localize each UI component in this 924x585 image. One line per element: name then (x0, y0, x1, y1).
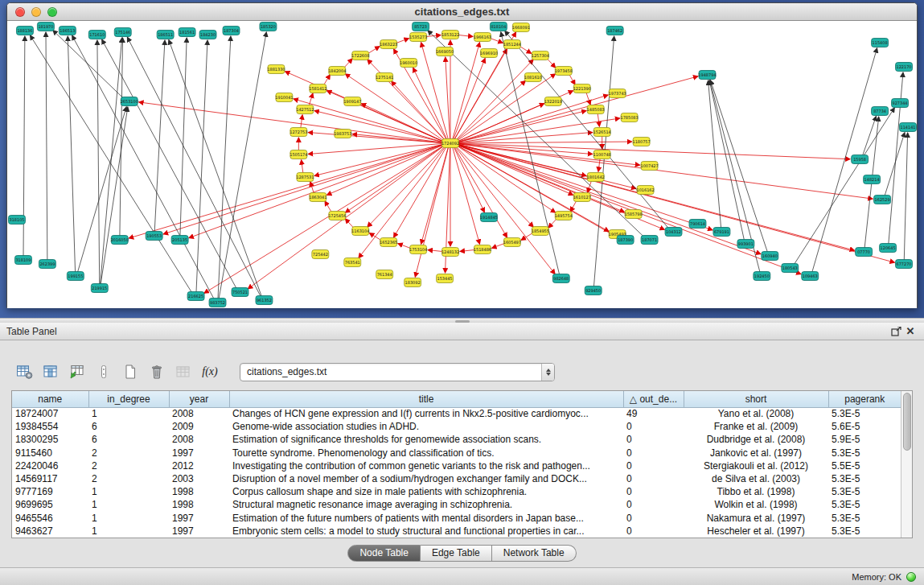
table-row[interactable]: 946362711997Embryonic stem cells: a mode… (12, 525, 901, 538)
graph-edge[interactable] (154, 40, 165, 232)
cell-title[interactable]: Estimation of the future numbers of pati… (229, 512, 623, 525)
graph-node[interactable]: 07770 (856, 248, 873, 257)
graph-node[interactable]: 1725456 (328, 212, 346, 220)
graph-edge[interactable] (421, 43, 449, 140)
cell-title[interactable]: Changes of HCN gene expression and I(f) … (229, 407, 623, 420)
graph-node[interactable]: 1724092 (441, 139, 459, 148)
graph-edge[interactable] (458, 144, 895, 262)
graph-edge[interactable] (709, 80, 744, 240)
cell-title[interactable]: Corpus callosum shape and size in male p… (229, 485, 623, 498)
graph-edge[interactable] (68, 36, 75, 272)
graph-node[interactable]: 1016162 (637, 186, 655, 195)
graph-node[interactable]: 1983753 (334, 130, 351, 138)
cell-year[interactable]: 2003 (169, 472, 229, 485)
graph-node[interactable]: 1785083 (621, 113, 639, 122)
graph-node[interactable]: 1081610 (524, 73, 542, 82)
cell-short[interactable]: Jankovic et al. (1997) (684, 447, 828, 459)
graph-node[interactable]: 983752 (209, 299, 226, 307)
cell-short[interactable]: Franke et al. (2009) (684, 420, 828, 433)
graph-node[interactable]: 187071 (641, 236, 658, 245)
cell-out_degree[interactable]: 0 (623, 433, 684, 446)
graph-node[interactable]: 725442 (312, 250, 329, 259)
cell-short[interactable]: Wolkin et al. (1998) (684, 498, 828, 511)
column-header-out_degree[interactable]: △ out_de... (623, 391, 684, 407)
cell-name[interactable]: 18300295 (12, 433, 88, 446)
graph-edge[interactable] (455, 60, 533, 141)
graph-node[interactable]: 181970 (37, 23, 54, 31)
graph-node[interactable]: 160940 (762, 252, 778, 261)
graph-edge[interactable] (458, 35, 473, 36)
graph-node[interactable]: 1007427 (640, 162, 658, 171)
graph-node[interactable]: 1914845 (480, 213, 498, 222)
graph-node[interactable]: 1287531 (296, 173, 314, 182)
minimize-button[interactable] (31, 7, 41, 17)
cell-year[interactable]: 1997 (169, 525, 229, 538)
graph-node[interactable]: 1722608 (351, 51, 369, 60)
graph-node[interactable]: 790614 (689, 220, 706, 229)
combo-stepper-icon[interactable] (541, 364, 554, 381)
cell-pagerank[interactable]: 5.3E-5 (828, 472, 901, 485)
graph-edge[interactable] (308, 143, 443, 154)
graph-node[interactable]: 1257304 (532, 51, 549, 60)
cell-out_degree[interactable]: 0 (623, 525, 684, 538)
graph-edge[interactable] (586, 92, 590, 105)
import-table-button[interactable] (172, 361, 195, 382)
graph-edge[interactable] (598, 113, 599, 126)
graph-node[interactable]: 677270 (896, 260, 913, 269)
graph-edge[interactable] (102, 39, 236, 289)
graph-node[interactable]: 982648 (552, 274, 569, 283)
cell-in_degree[interactable]: 1 (88, 498, 169, 511)
cell-short[interactable]: Tibbo et al. (1998) (684, 485, 828, 498)
graph-node[interactable]: 1180757 (633, 138, 651, 146)
graph-node[interactable]: 1966163 (474, 33, 491, 42)
cell-short[interactable]: Dudbridge et al. (2008) (684, 433, 828, 446)
graph-node[interactable]: 1696910 (480, 49, 498, 58)
table-row[interactable]: 946554611997Estimation of the future num… (12, 512, 901, 525)
graph-node[interactable]: 1973743 (609, 89, 626, 98)
graph-node[interactable]: 1221390 (573, 84, 591, 93)
graph-edge[interactable] (415, 147, 448, 277)
cell-out_degree[interactable]: 0 (623, 420, 684, 433)
graph-node[interactable]: 185320 (260, 23, 277, 31)
graph-edge[interactable] (458, 144, 873, 199)
cell-short[interactable]: Yano et al. (2008) (684, 407, 828, 420)
cell-in_degree[interactable]: 1 (88, 512, 169, 525)
graph-edge[interactable] (326, 145, 443, 195)
cell-pagerank[interactable]: 5.9E-5 (828, 433, 901, 446)
graph-node[interactable]: 1535273 (409, 33, 427, 42)
cell-name[interactable]: 9699695 (12, 498, 88, 511)
graph-edge[interactable] (97, 40, 100, 284)
graph-edge[interactable] (129, 144, 443, 238)
graph-edge[interactable] (889, 72, 903, 244)
cell-year[interactable]: 2008 (169, 433, 229, 446)
cell-pagerank[interactable]: 5.3E-5 (828, 525, 901, 538)
cell-out_degree[interactable]: 0 (623, 447, 684, 459)
cell-in_degree[interactable]: 1 (88, 407, 169, 420)
graph-node[interactable]: 318109 (14, 256, 31, 265)
cell-pagerank[interactable]: 5.3E-5 (828, 485, 901, 498)
graph-node[interactable]: 1585798 (625, 210, 643, 219)
graph-node[interactable]: 87734 (872, 107, 889, 116)
cell-year[interactable]: 1997 (169, 512, 229, 525)
column-header-year[interactable]: year (169, 391, 229, 407)
cell-pagerank[interactable]: 5.5E-5 (828, 459, 901, 472)
graph-node[interactable]: 1652365 (380, 238, 397, 247)
graph-edge[interactable] (101, 38, 122, 284)
column-header-pagerank[interactable]: pagerank (828, 391, 901, 407)
graph-node[interactable]: 1100748 (593, 150, 611, 159)
graph-node[interactable]: 1851244 (503, 40, 521, 49)
cell-name[interactable]: 9777169 (12, 485, 88, 498)
close-button[interactable] (15, 7, 25, 17)
cell-out_degree[interactable]: 0 (623, 472, 684, 485)
float-panel-icon[interactable] (889, 325, 903, 338)
cell-year[interactable]: 2009 (169, 420, 229, 433)
graph-node[interactable]: 188136 (16, 27, 33, 35)
graph-node[interactable]: 1881330 (267, 65, 285, 74)
graph-edge[interactable] (454, 58, 486, 139)
graph-node[interactable]: 186511 (157, 31, 174, 39)
graph-edge[interactable] (72, 35, 215, 299)
cell-title[interactable]: Structural magnetic resonance image aver… (229, 498, 623, 511)
graph-edge[interactable] (413, 68, 447, 139)
graph-node[interactable]: 216625 (187, 292, 204, 301)
graph-node[interactable]: 148214 (864, 175, 881, 184)
